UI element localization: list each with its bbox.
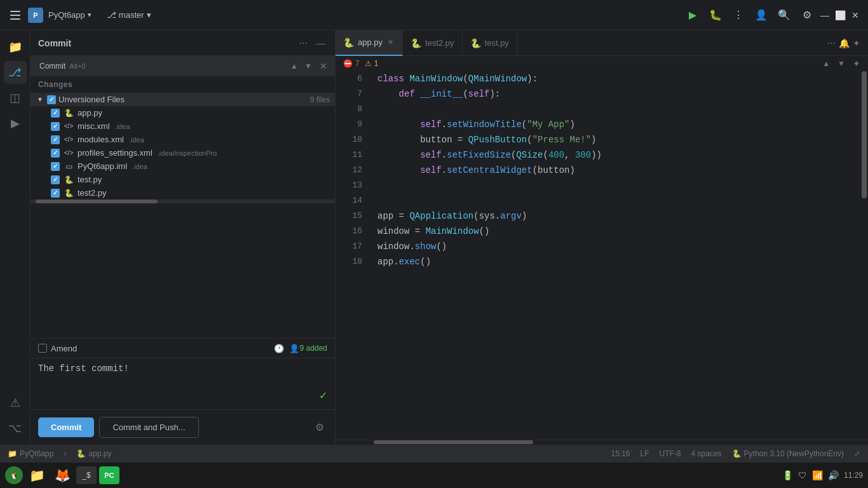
file-item-iml[interactable]: ✓ ▭ PyQt6app.iml .idea [31,159,335,173]
run-button[interactable]: ▶ [685,8,700,23]
status-expand[interactable]: ⤢ [854,449,860,458]
status-line-ending[interactable]: LF [641,449,649,458]
error-icon: ⛔ [343,59,353,68]
status-position[interactable]: 15:16 [611,449,630,458]
ai-icon[interactable]: ✦ [853,58,860,69]
activity-item-folder[interactable]: 📁 [4,36,27,58]
debug-button[interactable]: 🐛 [708,8,723,23]
commit-toolbar-btn[interactable]: Commit Alt+0 [36,60,90,72]
activity-item-git[interactable]: ⎇ [4,61,27,84]
minimize-button[interactable]: — [820,10,830,20]
tab-test-py[interactable]: 🐍 test.py [463,30,517,56]
line-num-16: 16 [336,224,362,239]
file-item-misc-xml[interactable]: ✓ </> misc.xml .idea [31,119,335,133]
taskbar-pycharm-icon[interactable]: PC [99,466,119,484]
search-icon[interactable]: 🔍 [776,8,792,23]
panel-minimize-icon[interactable]: — [315,37,327,50]
code-line-8 [377,102,845,117]
tab-test2-py[interactable]: 🐍 test2.py [403,30,463,56]
editor-hscrollbar[interactable] [336,440,868,445]
ai-assistant-icon[interactable]: ✦ [850,37,863,50]
file-item-test2-py[interactable]: ✓ 🐍 test2.py [31,186,335,200]
activity-item-git-branch[interactable]: ⌥ [4,417,27,440]
sys-icon-network[interactable]: 📶 [812,470,823,480]
sys-icon-shield[interactable]: 🛡 [798,470,807,480]
collapse-up-btn[interactable]: ▲ [820,59,832,68]
tab-more-icon[interactable]: ⋯ [825,37,837,50]
commit-panel-header: Commit ⋯ — [31,30,335,56]
file-checkbox-modules[interactable]: ✓ [51,135,60,144]
group-label: Unversioned Files [58,95,308,104]
commit-and-push-button[interactable]: Commit and Push... [99,417,198,438]
taskbar-sys-tray: 🔋 🛡 📶 🔊 11:29 [782,470,863,480]
commit-button[interactable]: Commit [38,417,94,437]
file-checkbox-test[interactable]: ✓ [51,175,60,184]
activity-item-layers[interactable]: ◫ [4,86,27,109]
taskbar-firefox-icon[interactable]: 🦊 [51,464,74,487]
maximize-button[interactable]: ⬜ [835,10,845,20]
commit-message-input[interactable]: The first commit! [38,363,327,402]
status-file-name: app.py [88,449,111,458]
toolbar-commit-label: Commit [39,62,65,71]
more-actions-button[interactable]: ⋮ [731,8,746,23]
code-line-18: app.exec() [377,254,845,269]
amend-history-icon[interactable]: 🕐 [273,342,285,354]
line-num-9: 9 [336,117,362,132]
status-python-version[interactable]: 🐍 Python 3.10 (NewPythonEnv) [732,449,844,458]
editor-scrollbar[interactable] [860,71,868,440]
toolbar-nav-down[interactable]: ▼ [302,60,315,72]
branch-selector[interactable]: ⎇ master ▾ [102,8,156,22]
file-checkbox-app[interactable]: ✓ [51,109,60,118]
file-item-modules-xml[interactable]: ✓ </> modules.xml .idea [31,133,335,146]
taskbar-folder-icon[interactable]: 📁 [25,464,48,487]
collapse-down-btn[interactable]: ▼ [835,59,848,68]
file-checkbox-misc[interactable]: ✓ [51,122,60,131]
code-line-13 [377,178,845,193]
taskbar-os-icon[interactable]: 🐧 [5,466,23,484]
profile-icon[interactable]: 👤 [754,8,769,23]
hamburger-menu-icon[interactable] [8,8,23,23]
file-group-header[interactable]: ▼ ✓ Unversioned Files 9 files [31,93,335,106]
group-checkbox[interactable]: ✓ [47,95,56,104]
status-expand-icon: ⤢ [854,449,860,458]
panel-more-icon[interactable]: ⋯ [297,37,309,50]
status-indent[interactable]: 4 spaces [691,449,722,458]
settings-icon[interactable]: ⚙ [799,8,815,23]
status-encoding[interactable]: UTF-8 [660,449,681,458]
sys-icon-battery[interactable]: 🔋 [782,470,793,480]
activity-item-run[interactable]: ▶ [4,112,27,135]
status-position-value: 15:16 [611,449,630,458]
file-checkbox-iml[interactable]: ✓ [51,162,60,171]
line-num-15: 15 [336,208,362,224]
error-count: 7 [355,59,360,68]
breadcrumb-project[interactable]: 📁 PyQt6app [8,449,53,458]
file-name-profiles: profiles_settings.xml [78,148,153,158]
amend-user-icon[interactable]: 👤 [288,342,300,354]
toolbar-nav-up[interactable]: ▲ [288,60,301,72]
file-item-profiles-xml[interactable]: ✓ </> profiles_settings.xml .idea/inspec… [31,146,335,159]
tab-bar: 🐍 app.py ✕ 🐍 test2.py 🐍 test.py ⋯ 🔔 ✦ [336,30,868,56]
code-content[interactable]: class MainWindow(QMainWindow): def __ini… [367,71,860,440]
sys-icon-volume[interactable]: 🔊 [828,470,839,480]
group-count: 9 files [310,95,330,104]
file-item-test-py[interactable]: ✓ 🐍 test.py [31,173,335,186]
python-file-icon2: 🐍 [64,175,74,184]
activity-item-alert[interactable]: ⚠ [4,391,27,414]
file-checkbox-profiles[interactable]: ✓ [51,149,60,158]
file-item-app-py[interactable]: ✓ 🐍 app.py [31,106,335,119]
amend-checkbox[interactable] [38,344,47,353]
tab-close-app[interactable]: ✕ [386,37,395,47]
changes-section: Changes ▼ ✓ Unversioned Files 9 files ✓ [31,76,335,338]
close-button[interactable]: ✕ [850,10,860,20]
breadcrumb-file[interactable]: 🐍 app.py [76,449,111,458]
commit-settings-icon[interactable]: ⚙ [312,420,327,435]
notification-icon[interactable]: 🔔 [837,37,850,50]
horizontal-scrollbar[interactable] [31,200,335,203]
toolbar-close[interactable]: ✕ [317,60,330,72]
line-num-8: 8 [336,102,362,117]
taskbar-terminal-icon[interactable]: _$ [76,466,97,484]
app-dropdown-icon[interactable]: ▾ [88,11,92,19]
tab-app-py[interactable]: 🐍 app.py ✕ [336,30,403,56]
file-checkbox-test2[interactable]: ✓ [51,189,60,198]
app-name-label: PyQt6app [48,10,85,20]
